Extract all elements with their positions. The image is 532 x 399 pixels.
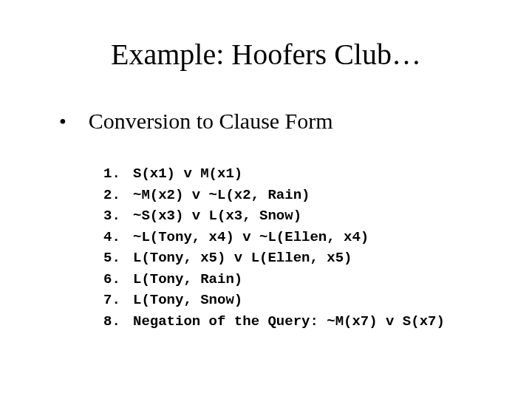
clause-text: ~M(x2) v ~L(x2, Rain) (133, 185, 310, 206)
clause-text: ~S(x3) v L(x3, Snow) (133, 205, 301, 227)
list-item: 4. ~L(Tony, x4) v ~L(Ellen, x4) (103, 227, 488, 248)
section-subtitle: Conversion to Clause Form (89, 109, 333, 134)
clause-text: Negation of the Query: ~M(x7) v S(x7) (133, 311, 445, 332)
bullet-icon: • (59, 112, 66, 132)
list-item: 7. L(Tony, Snow) (103, 290, 488, 311)
list-item: 2. ~M(x2) v ~L(x2, Rain) (103, 185, 488, 206)
clause-number: 8. (103, 311, 133, 332)
clause-number: 4. (103, 227, 133, 248)
clause-text: S(x1) v M(x1) (133, 163, 242, 185)
list-item: 8. Negation of the Query: ~M(x7) v S(x7) (103, 311, 488, 332)
clause-text: L(Tony, x5) v L(Ellen, x5) (133, 248, 352, 269)
clause-text: ~L(Tony, x4) v ~L(Ellen, x4) (133, 227, 369, 248)
page-title: Example: Hoofers Club… (44, 37, 488, 72)
clause-text: L(Tony, Snow) (133, 290, 242, 311)
clause-number: 2. (103, 185, 133, 206)
clause-number: 7. (103, 290, 133, 311)
clause-list: 1. S(x1) v M(x1) 2. ~M(x2) v ~L(x2, Rain… (103, 163, 488, 332)
section-header: • Conversion to Clause Form (59, 109, 488, 134)
list-item: 1. S(x1) v M(x1) (103, 163, 488, 185)
clause-number: 6. (103, 269, 133, 290)
list-item: 6. L(Tony, Rain) (103, 269, 488, 290)
list-item: 3. ~S(x3) v L(x3, Snow) (103, 205, 488, 227)
list-item: 5. L(Tony, x5) v L(Ellen, x5) (103, 248, 488, 269)
clause-number: 3. (103, 205, 133, 227)
clause-text: L(Tony, Rain) (133, 269, 242, 290)
clause-number: 5. (103, 248, 133, 269)
clause-number: 1. (103, 163, 133, 185)
